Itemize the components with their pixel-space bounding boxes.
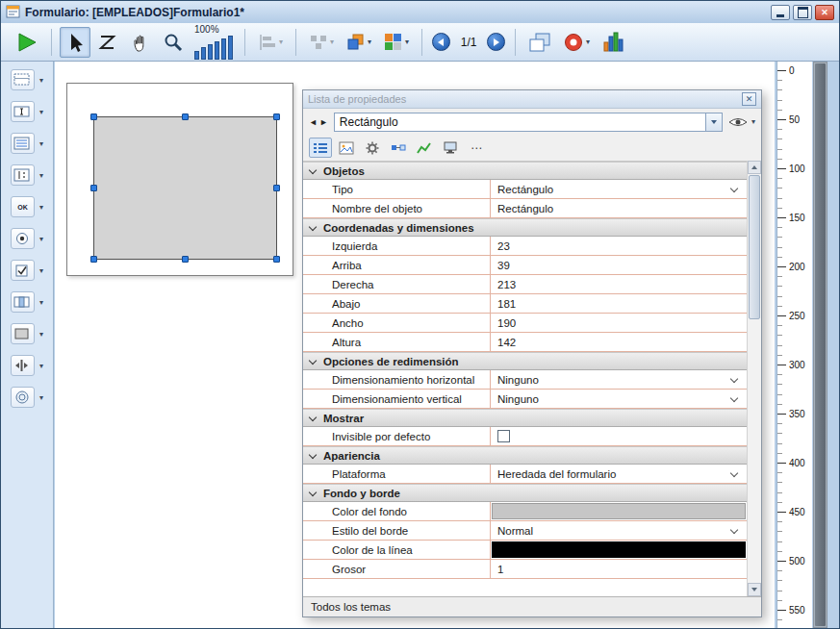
maximize-button[interactable] xyxy=(793,5,812,20)
palette-close-button[interactable]: ✕ xyxy=(742,92,756,106)
pointer-tool-button[interactable] xyxy=(60,27,90,58)
tool-text-input[interactable]: ▾ xyxy=(1,101,53,122)
tool-field[interactable]: ▾ xyxy=(1,69,53,90)
scroll-up-button[interactable] xyxy=(748,161,761,174)
chevron-down-icon[interactable]: ▾ xyxy=(39,362,43,370)
close-button[interactable]: ✕ xyxy=(815,5,834,20)
canvas-vertical-scrollbar[interactable] xyxy=(813,62,827,628)
property-value-dropdown[interactable]: Normal xyxy=(491,521,747,540)
chevron-down-icon[interactable]: ▾ xyxy=(39,76,43,85)
titlebar[interactable]: Formulario: [EMPLEADOS]Formulario1* ✕ xyxy=(1,1,839,23)
themes-toggle-label[interactable]: Todos los temas xyxy=(311,601,391,613)
stop-conditions-button[interactable]: ▾ xyxy=(558,27,595,58)
zoom-level-widget[interactable]: 100% xyxy=(194,24,233,60)
previous-object-icon[interactable]: ◄ xyxy=(309,117,318,127)
resize-handle-top-middle[interactable] xyxy=(182,113,189,120)
property-value-field[interactable]: Rectángulo xyxy=(491,199,747,217)
palette-scrollbar[interactable] xyxy=(747,161,761,596)
tab-display[interactable] xyxy=(439,138,462,158)
chevron-down-icon[interactable]: ▾ xyxy=(39,235,43,243)
resize-handle-middle-left[interactable] xyxy=(90,185,97,191)
selected-rectangle-object[interactable] xyxy=(93,116,277,260)
property-value-field[interactable]: 190 xyxy=(491,314,747,332)
property-value-field[interactable]: 1 xyxy=(491,560,747,578)
next-object-icon[interactable]: ► xyxy=(319,117,328,127)
previous-page-button[interactable] xyxy=(432,33,450,51)
section-objetos[interactable]: Objetos xyxy=(303,162,747,180)
property-value-field[interactable]: 181 xyxy=(491,294,747,313)
distribute-objects-button[interactable]: ▾ xyxy=(304,27,339,58)
resize-handle-bottom-right[interactable] xyxy=(273,256,280,263)
combo-dropdown-button[interactable] xyxy=(705,113,722,131)
align-objects-button[interactable]: ▾ xyxy=(253,27,288,58)
resize-handle-top-left[interactable] xyxy=(90,113,97,120)
property-list-palette[interactable]: Lista de propiedades ✕ ◄ ► Rectángulo ▾ xyxy=(302,89,762,617)
tab-more[interactable]: ⋯ xyxy=(465,138,488,158)
color-palette-button[interactable]: ▾ xyxy=(378,27,414,58)
palette-titlebar[interactable]: Lista de propiedades ✕ xyxy=(303,90,761,109)
tab-settings[interactable] xyxy=(361,138,384,158)
palette-title: Lista de propiedades xyxy=(308,93,742,105)
property-value-dropdown[interactable]: Rectángulo xyxy=(491,180,747,198)
property-value-dropdown[interactable]: Ninguno xyxy=(491,370,747,389)
tool-checkbox[interactable]: ▾ xyxy=(1,260,53,281)
property-value-dropdown[interactable]: Ninguno xyxy=(491,390,747,408)
execute-form-button[interactable] xyxy=(11,27,43,58)
object-order-button[interactable]: ▾ xyxy=(341,27,376,58)
chevron-down-icon[interactable]: ▾ xyxy=(39,108,43,116)
minimize-button[interactable] xyxy=(771,5,790,20)
view-options-button[interactable]: ▾ xyxy=(728,115,755,129)
draw-tool-button[interactable] xyxy=(92,27,123,58)
invisible-checkbox[interactable] xyxy=(497,430,510,442)
tool-list-box[interactable]: ▾ xyxy=(1,133,53,154)
pan-tool-button[interactable] xyxy=(125,27,156,58)
resize-handle-top-right[interactable] xyxy=(273,113,280,120)
chevron-down-icon[interactable]: ▾ xyxy=(39,139,43,148)
tool-button-grid[interactable]: ▾ xyxy=(1,291,53,313)
chevron-down-icon[interactable]: ▾ xyxy=(39,393,43,402)
chevron-down-icon[interactable]: ▾ xyxy=(39,203,43,212)
chart-button[interactable] xyxy=(597,27,629,58)
tab-chart[interactable] xyxy=(413,138,436,158)
line-color-swatch[interactable] xyxy=(492,541,746,558)
property-value-field[interactable]: 39 xyxy=(491,256,747,274)
tab-picture[interactable] xyxy=(335,138,358,158)
property-value-field[interactable]: 142 xyxy=(491,333,747,351)
section-fondo-borde[interactable]: Fondo y borde xyxy=(303,484,747,502)
scrollbar-thumb[interactable] xyxy=(815,63,826,626)
section-apariencia[interactable]: Apariencia xyxy=(303,446,747,465)
next-page-button[interactable] xyxy=(487,33,505,51)
tool-rectangle[interactable]: ▾ xyxy=(1,323,53,344)
property-value-field[interactable]: 23 xyxy=(491,237,747,255)
scrollbar-thumb[interactable] xyxy=(749,175,760,319)
tab-properties[interactable] xyxy=(309,138,332,158)
property-value-dropdown[interactable]: Heredada del formulario xyxy=(491,465,747,483)
tool-text-area[interactable]: ▾ xyxy=(1,164,53,186)
resize-handle-bottom-left[interactable] xyxy=(90,256,97,263)
chevron-down-icon[interactable]: ▾ xyxy=(39,171,43,180)
chevron-down-icon[interactable]: ▾ xyxy=(39,330,43,339)
background-color-swatch[interactable] xyxy=(492,503,746,519)
tab-data-source[interactable] xyxy=(387,138,410,158)
zoom-bars-icon[interactable] xyxy=(194,36,233,60)
section-coordenadas[interactable]: Coordenadas y dimensiones xyxy=(303,218,747,237)
tool-button[interactable]: OK ▾ xyxy=(1,196,53,217)
section-mostrar[interactable]: Mostrar xyxy=(303,409,747,427)
section-redimension[interactable]: Opciones de redimensión xyxy=(303,352,747,370)
chevron-down-icon xyxy=(730,526,738,534)
form-page[interactable] xyxy=(66,83,293,276)
resize-handle-bottom-middle[interactable] xyxy=(182,256,189,263)
property-value-color xyxy=(491,541,747,559)
tool-radio-button[interactable]: ▾ xyxy=(1,228,53,249)
tool-oval[interactable]: ▾ xyxy=(1,387,53,408)
bar-chart-icon xyxy=(601,31,624,54)
resize-handle-middle-right[interactable] xyxy=(273,185,280,191)
zoom-tool-button[interactable] xyxy=(158,27,189,58)
scroll-down-button[interactable] xyxy=(748,583,761,596)
display-levels-button[interactable] xyxy=(523,27,556,58)
property-value-field[interactable]: 213 xyxy=(491,275,747,293)
chevron-down-icon[interactable]: ▾ xyxy=(39,266,43,275)
object-selector-combo[interactable]: Rectángulo xyxy=(334,113,723,132)
chevron-down-icon[interactable]: ▾ xyxy=(39,298,43,307)
tool-splitter[interactable]: ▾ xyxy=(1,355,53,376)
